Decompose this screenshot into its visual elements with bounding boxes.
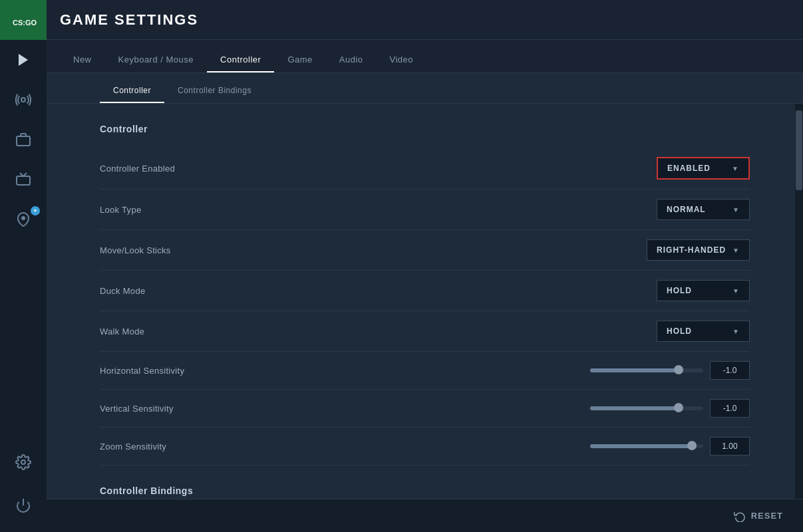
nav-tabs: New Keyboard / Mouse Controller Game Aud… [47, 40, 803, 73]
setting-row-walk-mode: Walk Mode HOLD ▼ [100, 311, 750, 352]
controller-bindings-section-title: Controller Bindings [100, 485, 750, 496]
tab-game[interactable]: Game [274, 48, 325, 72]
sidebar-item-play[interactable] [0, 40, 47, 80]
header: GAME SETTINGS [47, 0, 803, 40]
controller-enabled-dropdown[interactable]: ENABLED ▼ [657, 157, 750, 180]
duck-mode-label: Duck Mode [100, 286, 145, 296]
setting-row-move-look-sticks: Move/Look Sticks RIGHT-HANDED ▼ [100, 230, 750, 271]
walk-mode-label: Walk Mode [100, 327, 144, 336]
tab-new[interactable]: New [60, 48, 105, 72]
zoom-sensitivity-fill [590, 444, 692, 448]
reset-label: RESET [751, 511, 783, 521]
zoom-sensitivity-input[interactable]: 1.00 [710, 437, 750, 456]
svg-point-7 [21, 460, 25, 464]
sidebar-item-tv[interactable] [0, 160, 47, 200]
sidebar-item-inventory[interactable] [0, 120, 47, 160]
vertical-sensitivity-thumb[interactable] [674, 403, 683, 412]
svg-point-6 [22, 217, 25, 219]
svg-rect-4 [17, 136, 30, 146]
controller-section-title: Controller [100, 124, 750, 134]
bottom-bar: RESET [47, 499, 803, 532]
tab-controller[interactable]: Controller [207, 48, 274, 72]
subtab-controller-bindings[interactable]: Controller Bindings [164, 79, 265, 103]
controller-enabled-label: Controller Enabled [100, 164, 175, 174]
svg-point-3 [21, 98, 25, 102]
chevron-down-icon: ▼ [732, 247, 740, 254]
sidebar-item-notifications[interactable]: + [0, 200, 47, 239]
vertical-sensitivity-track[interactable] [590, 406, 703, 410]
chevron-down-icon: ▼ [732, 328, 740, 335]
scrollbar-track [795, 104, 803, 499]
horizontal-sensitivity-input[interactable]: -1.0 [710, 361, 750, 380]
page-title: GAME SETTINGS [60, 11, 198, 29]
move-look-sticks-label: Move/Look Sticks [100, 245, 171, 255]
setting-row-controller-enabled: Controller Enabled ENABLED ▼ [100, 148, 750, 190]
setting-row-look-type: Look Type NORMAL ▼ [100, 190, 750, 230]
sidebar-item-power[interactable] [0, 485, 47, 525]
chevron-down-icon: ▼ [732, 206, 740, 213]
main-content: GAME SETTINGS New Keyboard / Mouse Contr… [47, 0, 803, 532]
walk-mode-value: HOLD ▼ [657, 321, 750, 342]
zoom-sensitivity-thumb[interactable] [687, 441, 697, 450]
tab-audio[interactable]: Audio [326, 48, 377, 72]
setting-row-horizontal-sensitivity: Horizontal Sensitivity -1.0 [100, 352, 750, 390]
look-type-value: NORMAL ▼ [657, 199, 750, 220]
controller-bindings-section: Controller Bindings Fire MOUSE1 Alternat… [100, 485, 750, 499]
app-logo: CS:GO [0, 0, 47, 40]
vertical-sensitivity-fill [590, 406, 679, 410]
chevron-down-icon: ▼ [732, 287, 740, 295]
notification-badge: + [31, 206, 40, 215]
settings-area: Controller Controller Enabled ENABLED ▼ … [47, 104, 803, 499]
horizontal-sensitivity-slider-container: -1.0 [590, 361, 750, 380]
vertical-sensitivity-input[interactable]: -1.0 [710, 399, 750, 418]
walk-mode-dropdown[interactable]: HOLD ▼ [657, 321, 750, 342]
setting-row-zoom-sensitivity: Zoom Sensitivity 1.00 [100, 428, 750, 466]
horizontal-sensitivity-track[interactable] [590, 368, 703, 372]
zoom-sensitivity-slider-container: 1.00 [590, 437, 750, 456]
vertical-sensitivity-slider-container: -1.0 [590, 399, 750, 418]
horizontal-sensitivity-fill [590, 368, 679, 372]
svg-rect-5 [17, 176, 30, 185]
move-look-sticks-dropdown[interactable]: RIGHT-HANDED ▼ [647, 239, 750, 261]
controller-section: Controller Controller Enabled ENABLED ▼ … [100, 124, 750, 466]
svg-marker-2 [19, 54, 28, 66]
move-look-sticks-value: RIGHT-HANDED ▼ [647, 239, 750, 261]
vertical-sensitivity-label: Vertical Sensitivity [100, 404, 174, 414]
zoom-sensitivity-track[interactable] [590, 444, 703, 448]
scrollbar-thumb[interactable] [796, 110, 802, 190]
tab-keyboard-mouse[interactable]: Keyboard / Mouse [105, 48, 208, 72]
duck-mode-dropdown[interactable]: HOLD ▼ [657, 280, 750, 301]
reset-button[interactable]: RESET [734, 510, 783, 522]
sub-tabs: Controller Controller Bindings [47, 73, 803, 104]
svg-text:CS:GO: CS:GO [13, 19, 37, 27]
reset-icon [734, 510, 746, 522]
sidebar-item-broadcast[interactable] [0, 80, 47, 120]
sidebar: CS:GO + [0, 0, 47, 532]
duck-mode-value: HOLD ▼ [657, 280, 750, 301]
tab-video[interactable]: Video [377, 48, 427, 72]
setting-row-vertical-sensitivity: Vertical Sensitivity -1.0 [100, 390, 750, 428]
zoom-sensitivity-label: Zoom Sensitivity [100, 442, 166, 452]
horizontal-sensitivity-thumb[interactable] [674, 365, 683, 374]
sidebar-item-settings[interactable] [0, 446, 47, 485]
controller-enabled-value: ENABLED ▼ [657, 157, 750, 180]
setting-row-duck-mode: Duck Mode HOLD ▼ [100, 271, 750, 311]
subtab-controller[interactable]: Controller [100, 79, 164, 103]
look-type-label: Look Type [100, 205, 141, 215]
chevron-down-icon: ▼ [732, 165, 739, 172]
look-type-dropdown[interactable]: NORMAL ▼ [657, 199, 750, 220]
horizontal-sensitivity-label: Horizontal Sensitivity [100, 366, 184, 376]
